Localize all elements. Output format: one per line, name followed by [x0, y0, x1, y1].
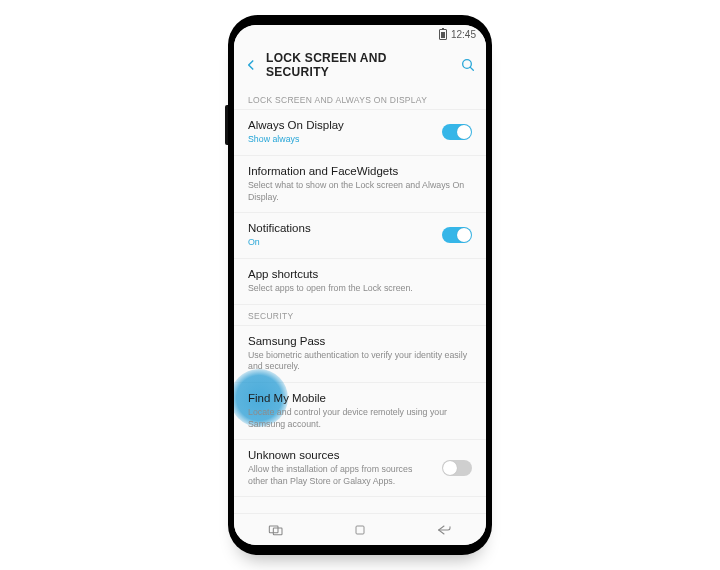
section-label-security: SECURITY [234, 305, 486, 326]
row-title: App shortcuts [248, 267, 472, 281]
back-button[interactable] [244, 58, 258, 72]
row-subtitle: Allow the installation of apps from sour… [248, 464, 434, 487]
battery-icon [439, 29, 447, 40]
row-subtitle: Select apps to open from the Lock screen… [248, 283, 472, 294]
search-button[interactable] [460, 57, 476, 73]
row-samsung-pass[interactable]: Samsung Pass Use biometric authenticatio… [234, 326, 486, 383]
row-subtitle: On [248, 237, 434, 248]
row-title: Unknown sources [248, 448, 434, 462]
row-title: Find My Mobile [248, 391, 472, 405]
settings-list[interactable]: LOCK SCREEN AND ALWAYS ON DISPLAY Always… [234, 89, 486, 513]
row-unknown-sources[interactable]: Unknown sources Allow the installation o… [234, 440, 486, 497]
phone-frame: 12:45 LOCK SCREEN AND SECURITY LOCK SCRE… [228, 15, 492, 555]
toggle-always-on-display[interactable] [442, 124, 472, 140]
row-title: Information and FaceWidgets [248, 164, 472, 178]
section-label-lockscreen: LOCK SCREEN AND ALWAYS ON DISPLAY [234, 89, 486, 110]
row-title: Always On Display [248, 118, 434, 132]
back-nav-button[interactable] [428, 520, 460, 540]
row-title: Samsung Pass [248, 334, 472, 348]
page-title: LOCK SCREEN AND SECURITY [266, 51, 452, 79]
row-app-shortcuts[interactable]: App shortcuts Select apps to open from t… [234, 259, 486, 305]
row-find-my-mobile[interactable]: Find My Mobile Locate and control your d… [234, 383, 486, 440]
row-subtitle: Locate and control your device remotely … [248, 407, 472, 430]
row-subtitle: Show always [248, 134, 434, 145]
row-notifications[interactable]: Notifications On [234, 213, 486, 259]
row-title: Notifications [248, 221, 434, 235]
svg-line-1 [470, 67, 473, 70]
recents-button[interactable] [260, 520, 292, 540]
row-always-on-display[interactable]: Always On Display Show always [234, 110, 486, 156]
status-bar: 12:45 [234, 25, 486, 43]
toggle-unknown-sources[interactable] [442, 460, 472, 476]
svg-rect-4 [356, 526, 364, 534]
app-header: LOCK SCREEN AND SECURITY [234, 43, 486, 89]
screen: 12:45 LOCK SCREEN AND SECURITY LOCK SCRE… [234, 25, 486, 545]
navigation-bar [234, 513, 486, 545]
row-subtitle: Use biometric authentication to verify y… [248, 350, 472, 373]
toggle-notifications[interactable] [442, 227, 472, 243]
status-time: 12:45 [451, 29, 476, 40]
row-information-facewidgets[interactable]: Information and FaceWidgets Select what … [234, 156, 486, 213]
row-subtitle: Select what to show on the Lock screen a… [248, 180, 472, 203]
home-button[interactable] [344, 520, 376, 540]
